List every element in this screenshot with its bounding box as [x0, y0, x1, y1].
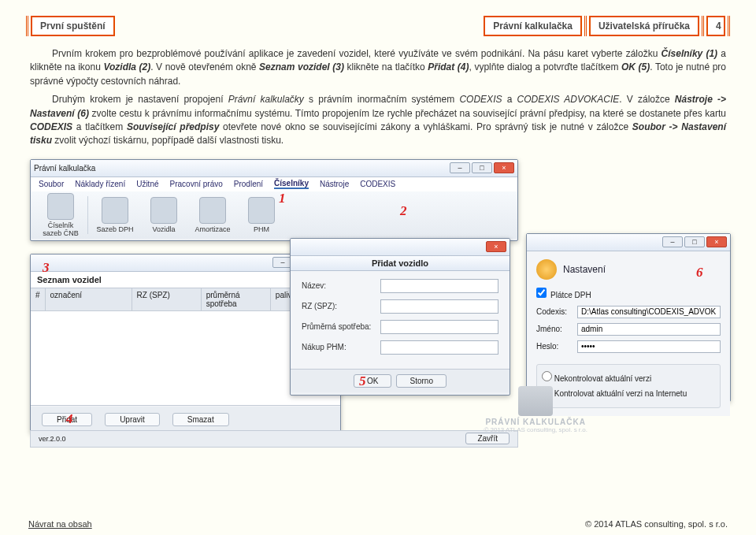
dph-label: Plátce DPH — [550, 291, 591, 299]
dph-checkbox[interactable] — [536, 288, 547, 298]
table-icon — [47, 193, 74, 220]
app-version: ver.2.0.0 — [39, 435, 66, 443]
body-text: Prvním krokem pro bezproblémové používán… — [30, 47, 726, 148]
annotation-2: 2 — [400, 203, 407, 219]
ribbon-item[interactable]: Vozidla — [142, 197, 186, 233]
codexis-label: Codexis: — [536, 307, 577, 316]
amort-icon — [199, 197, 226, 224]
app-watermark: PRÁVNÍ KALKULAČKA © 2013 ATLAS consultin… — [484, 386, 587, 433]
edit-button[interactable]: Upravit — [105, 413, 160, 426]
page-header: První spuštění Právní kalkulačka Uživate… — [24, 16, 732, 36]
name-input[interactable] — [380, 279, 498, 293]
app-status-bar: ver.2.0.0 Zavřít — [30, 430, 518, 448]
close-button[interactable]: × — [486, 241, 506, 252]
cancel-button[interactable]: Storno — [396, 374, 446, 388]
app-main-window: Právní kalkulačka – □ × Soubor Náklady ř… — [30, 159, 518, 241]
app-title: Právní kalkulačka — [484, 16, 582, 36]
menu-item[interactable]: Užitné — [136, 180, 158, 188]
annotation-4: 4 — [66, 411, 73, 427]
annotation-6: 6 — [696, 265, 703, 281]
fuel-icon — [248, 197, 275, 224]
annotation-1: 1 — [279, 191, 286, 206]
username-label: Jméno: — [536, 325, 577, 333]
ribbon-item[interactable]: PHM — [239, 197, 284, 233]
section-title: První spuštění — [31, 16, 115, 36]
screenshots-region: Právní kalkulačka – □ × Soubor Náklady ř… — [30, 159, 726, 437]
field-label: Průměrná spotřeba: — [302, 322, 380, 331]
page-footer: Návrat na obsah © 2014 ATLAS consulting,… — [28, 519, 728, 529]
rz-input[interactable] — [380, 299, 498, 314]
copyright: © 2014 ATLAS consulting, spol. s r.o. — [585, 519, 728, 529]
fuel-input[interactable] — [380, 340, 498, 355]
add-vehicle-dialog: × Přidat vozidlo Název: RZ (SPZ): Průměr… — [290, 238, 510, 396]
menubar: Soubor Náklady řízení Užitné Pracovní pr… — [31, 177, 517, 191]
password-input[interactable] — [577, 340, 721, 353]
codexis-path-input[interactable] — [577, 306, 721, 318]
version-check-radio[interactable] — [542, 371, 552, 381]
menu-item[interactable]: CODEXIS — [360, 180, 395, 188]
settings-title: Nastavení — [563, 264, 606, 275]
min-button[interactable]: – — [662, 236, 683, 247]
min-button[interactable]: – — [450, 162, 470, 173]
back-to-contents-link[interactable]: Návrat na obsah — [28, 519, 92, 529]
page-number: 4 — [706, 16, 725, 36]
menu-item[interactable]: Číselníky — [274, 179, 309, 189]
max-button[interactable]: □ — [684, 236, 705, 247]
max-button[interactable]: □ — [472, 162, 492, 173]
menu-item[interactable]: Nástroje — [320, 180, 349, 188]
consumption-input[interactable] — [380, 320, 498, 334]
app-window-title: Právní kalkulačka — [34, 164, 95, 173]
app-close-button[interactable]: Zavřít — [465, 433, 510, 444]
delete-button[interactable]: Smazat — [172, 413, 229, 426]
percent-icon — [102, 197, 128, 224]
menu-item[interactable]: Soubor — [39, 180, 64, 188]
menu-item[interactable]: Pracovní právo — [170, 180, 223, 188]
field-label: RZ (SPZ): — [302, 302, 380, 310]
ribbon-item[interactable]: Sazeb DPH — [93, 197, 137, 233]
username-input[interactable] — [577, 323, 721, 336]
annotation-5: 5 — [359, 373, 366, 389]
doc-type: Uživatelská příručka — [589, 16, 699, 36]
password-label: Heslo: — [536, 342, 577, 351]
dialog-title: Přidat vozidlo — [291, 256, 510, 271]
settings-icon — [536, 259, 557, 280]
settings-window: – □ × Nastavení Plátce DPH Codexis: Jmén… — [526, 233, 731, 402]
field-label: Název: — [302, 281, 380, 290]
menu-item[interactable]: Prodlení — [234, 180, 263, 188]
calculator-icon — [518, 386, 553, 416]
ribbon-item[interactable]: Číselník sazeb ČNB — [39, 193, 83, 237]
close-button[interactable]: × — [706, 236, 727, 247]
annotation-3: 3 — [43, 260, 50, 276]
close-button[interactable]: × — [494, 162, 514, 173]
ribbon-item[interactable]: Amortizace — [191, 197, 235, 233]
car-icon — [150, 197, 177, 224]
field-label: Nákup PHM: — [302, 343, 380, 351]
menu-item[interactable]: Náklady řízení — [75, 180, 125, 188]
